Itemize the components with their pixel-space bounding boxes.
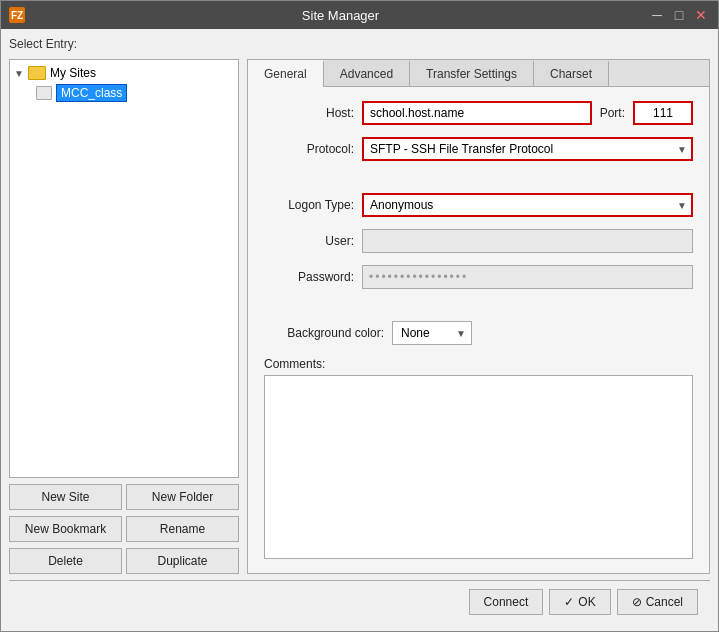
tree-root-label: My Sites — [50, 66, 96, 80]
comments-textarea[interactable] — [264, 375, 693, 559]
duplicate-button[interactable]: Duplicate — [126, 548, 239, 574]
delete-button[interactable]: Delete — [9, 548, 122, 574]
tree-child-label: MCC_class — [56, 84, 127, 102]
window-controls: ─ □ ✕ — [648, 6, 710, 24]
tree-panel[interactable]: ▼ My Sites MCC_class — [9, 59, 239, 478]
main-area: ▼ My Sites MCC_class New Site — [9, 59, 710, 574]
bottom-bar: Connect ✓ OK ⊘ Cancel — [9, 580, 710, 623]
logon-type-label: Logon Type: — [264, 198, 354, 212]
tab-general[interactable]: General — [248, 60, 324, 87]
cancel-icon: ⊘ — [632, 595, 642, 609]
user-input[interactable] — [362, 229, 693, 253]
host-port-row: Host: Port: — [264, 101, 693, 125]
checkmark-icon: ✓ — [564, 595, 574, 609]
user-label: User: — [264, 234, 354, 248]
protocol-select[interactable]: FTP - File Transfer Protocol FTPS - FTP … — [362, 137, 693, 161]
cancel-button[interactable]: ⊘ Cancel — [617, 589, 698, 615]
tab-advanced[interactable]: Advanced — [324, 60, 410, 86]
bg-color-label: Background color: — [264, 326, 384, 340]
tab-transfer-settings[interactable]: Transfer Settings — [410, 60, 534, 86]
minimize-button[interactable]: ─ — [648, 6, 666, 24]
comments-label: Comments: — [264, 357, 693, 371]
tree-root-item[interactable]: ▼ My Sites — [14, 64, 234, 82]
protocol-row: Protocol: FTP - File Transfer Protocol F… — [264, 137, 693, 161]
protocol-label: Protocol: — [264, 142, 354, 156]
comments-section: Comments: — [264, 357, 693, 559]
button-row-1: New Site New Folder — [9, 484, 239, 510]
window-content: Select Entry: ▼ My Sites MCC_class — [1, 29, 718, 631]
cancel-label: Cancel — [646, 595, 683, 609]
left-panel: ▼ My Sites MCC_class New Site — [9, 59, 239, 574]
new-folder-button[interactable]: New Folder — [126, 484, 239, 510]
file-icon — [36, 86, 52, 100]
bg-select-wrapper: None Red Green Blue Yellow Cyan ▼ — [392, 321, 472, 345]
ok-button[interactable]: ✓ OK — [549, 589, 610, 615]
bg-color-select[interactable]: None Red Green Blue Yellow Cyan — [392, 321, 472, 345]
app-icon: FZ — [9, 7, 25, 23]
host-label: Host: — [264, 106, 354, 120]
logon-type-row: Logon Type: Anonymous Normal Ask for pas… — [264, 193, 693, 217]
logon-type-select[interactable]: Anonymous Normal Ask for password Intera… — [362, 193, 693, 217]
password-label: Password: — [264, 270, 354, 284]
folder-icon — [28, 66, 46, 80]
user-row: User: — [264, 229, 693, 253]
button-row-2: New Bookmark Rename — [9, 516, 239, 542]
bg-color-row: Background color: None Red Green Blue Ye… — [264, 321, 693, 345]
new-site-button[interactable]: New Site — [9, 484, 122, 510]
connect-button[interactable]: Connect — [469, 589, 544, 615]
tree-children: MCC_class — [14, 82, 234, 104]
select-entry-label: Select Entry: — [9, 37, 710, 53]
port-input[interactable] — [633, 101, 693, 125]
password-row: Password: — [264, 265, 693, 289]
button-row-3: Delete Duplicate — [9, 548, 239, 574]
maximize-button[interactable]: □ — [670, 6, 688, 24]
right-panel: General Advanced Transfer Settings Chars… — [247, 59, 710, 574]
rename-button[interactable]: Rename — [126, 516, 239, 542]
window-title: Site Manager — [33, 8, 648, 23]
tab-content-general: Host: Port: Protocol: FTP - File Transfe… — [248, 87, 709, 573]
new-bookmark-button[interactable]: New Bookmark — [9, 516, 122, 542]
tree-toggle-icon[interactable]: ▼ — [14, 68, 28, 79]
port-label: Port: — [600, 106, 625, 120]
logon-type-select-wrapper: Anonymous Normal Ask for password Intera… — [362, 193, 693, 217]
ok-label: OK — [578, 595, 595, 609]
tree-child-item[interactable]: MCC_class — [34, 82, 234, 104]
host-input[interactable] — [362, 101, 592, 125]
site-manager-window: FZ Site Manager ─ □ ✕ Select Entry: ▼ My… — [0, 0, 719, 632]
protocol-select-wrapper: FTP - File Transfer Protocol FTPS - FTP … — [362, 137, 693, 161]
tab-charset[interactable]: Charset — [534, 60, 609, 86]
close-button[interactable]: ✕ — [692, 6, 710, 24]
titlebar: FZ Site Manager ─ □ ✕ — [1, 1, 718, 29]
tab-bar: General Advanced Transfer Settings Chars… — [248, 60, 709, 87]
password-input[interactable] — [362, 265, 693, 289]
